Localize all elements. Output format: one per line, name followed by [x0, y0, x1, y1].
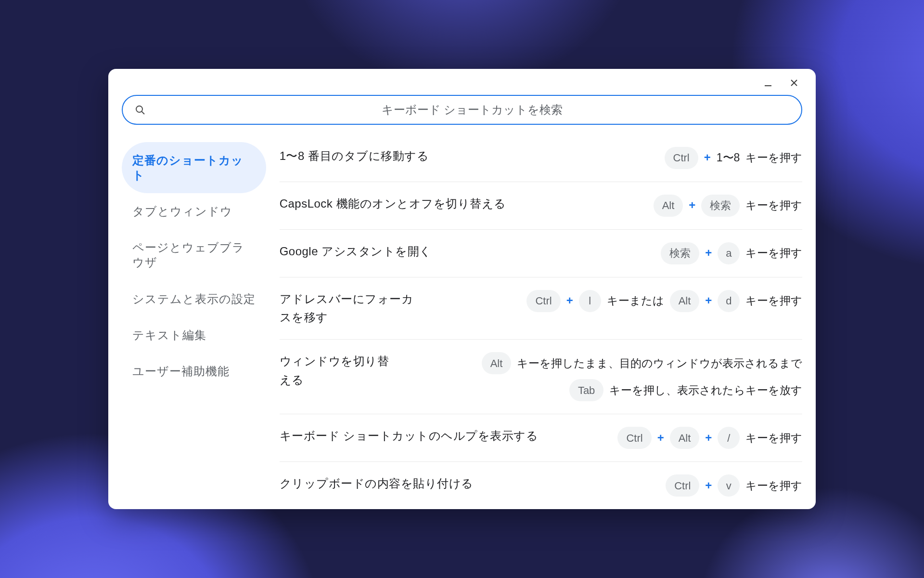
shortcut-keys: Ctrl + v キーを押す: [483, 474, 803, 497]
press-key-suffix: キーを押す: [745, 197, 802, 214]
shortcut-row: アドレスバーにフォーカスを移す Ctrl + l キーまたは Alt + d キ…: [280, 277, 803, 340]
shortcut-row: ウィンドウを切り替える Alt キーを押したまま、目的のウィンドウが表示されるま…: [280, 340, 803, 414]
plus-icon: +: [657, 429, 664, 447]
key-search: 検索: [661, 242, 699, 264]
plus-icon: +: [705, 429, 712, 447]
key-search: 検索: [701, 195, 740, 217]
shortcut-row: Google アシスタントを開く 検索 + a キーを押す: [280, 230, 803, 277]
shortcut-list: 1〜8 番目のタブに移動する Ctrl + 1〜8 キーを押す CapsLock…: [280, 142, 803, 510]
shortcut-keys: Alt + 検索 キーを押す: [516, 195, 803, 217]
press-key-suffix: キーを押す: [745, 244, 802, 262]
sidebar-item-accessibility[interactable]: ユーザー補助機能: [122, 353, 266, 389]
shortcut-label: CapsLock 機能のオンとオフを切り替える: [280, 195, 506, 213]
key-alt: Alt: [670, 290, 700, 312]
key-alt: Alt: [654, 195, 683, 217]
shortcut-keys: Ctrl + l キーまたは Alt + d キーを押す: [434, 290, 803, 312]
sidebar-item-tabs-windows[interactable]: タブとウィンドウ: [122, 193, 266, 229]
key-alt: Alt: [482, 352, 512, 374]
search-icon: [134, 104, 146, 116]
shortcut-row: 1〜8 番目のタブに移動する Ctrl + 1〜8 キーを押す: [280, 142, 803, 182]
minimize-button[interactable]: [763, 78, 773, 88]
key-v: v: [718, 474, 740, 497]
key-or-text: キーまたは: [607, 292, 664, 310]
shortcut-label: アドレスバーにフォーカスを移す: [280, 290, 424, 327]
press-key-suffix: キーを押す: [745, 477, 802, 495]
plus-icon: +: [705, 476, 712, 495]
sidebar: 定番のショートカット タブとウィンドウ ページとウェブブラウザ システムと表示の…: [122, 142, 266, 510]
plus-icon: +: [689, 196, 695, 214]
minimize-icon: [763, 78, 773, 88]
shortcut-keys: Ctrl + Alt + / キーを押す: [548, 427, 802, 449]
shortcut-label: キーボード ショートカットのヘルプを表示する: [280, 427, 539, 445]
plus-icon: +: [705, 291, 712, 310]
press-key-suffix: キーを押す: [745, 149, 802, 167]
key-ctrl: Ctrl: [666, 474, 699, 497]
shortcut-label: Google アシスタントを開く: [280, 242, 432, 261]
press-key-suffix: キーを押す: [745, 429, 802, 447]
shortcut-keys: Ctrl + 1〜8 キーを押す: [438, 147, 802, 169]
key-instruction: キーを押し、表示されたらキーを放す: [609, 381, 802, 399]
key-a: a: [718, 242, 740, 264]
close-icon: [789, 78, 799, 88]
shortcut-keys: 検索 + a キーを押す: [441, 242, 803, 264]
shortcuts-dialog: 定番のショートカット タブとウィンドウ ページとウェブブラウザ システムと表示の…: [108, 69, 816, 510]
content: 定番のショートカット タブとウィンドウ ページとウェブブラウザ システムと表示の…: [122, 142, 803, 510]
key-ctrl: Ctrl: [665, 147, 698, 169]
shortcut-row: クリップボードの内容を貼り付ける Ctrl + v キーを押す: [280, 462, 803, 509]
titlebar: [122, 78, 803, 88]
sidebar-item-system-display[interactable]: システムと表示の設定: [122, 281, 266, 317]
sidebar-item-text-editing[interactable]: テキスト編集: [122, 317, 266, 353]
svg-point-1: [136, 106, 142, 112]
svg-rect-0: [765, 85, 771, 86]
key-alt: Alt: [670, 427, 700, 449]
shortcut-label: ウィンドウを切り替える: [280, 352, 400, 389]
shortcut-label: 1〜8 番目のタブに移動する: [280, 147, 429, 165]
shortcut-keys: Alt キーを押したまま、目的のウィンドウが表示されるまで Tab キーを押し、…: [410, 352, 803, 401]
key-slash: /: [718, 427, 740, 449]
press-key-suffix: キーを押す: [745, 292, 802, 310]
plus-icon: +: [566, 291, 573, 310]
sidebar-item-popular[interactable]: 定番のショートカット: [122, 142, 266, 193]
key-instruction: キーを押したまま、目的のウィンドウが表示されるまで: [517, 355, 802, 372]
key-line: Alt キーを押したまま、目的のウィンドウが表示されるまで: [482, 352, 803, 374]
key-tab: Tab: [569, 379, 603, 401]
search-bar[interactable]: [122, 95, 803, 125]
key-d: d: [718, 290, 740, 312]
key-l: l: [579, 290, 601, 312]
key-ctrl: Ctrl: [526, 290, 560, 312]
key-ctrl: Ctrl: [617, 427, 651, 449]
key-text: 1〜8: [717, 149, 740, 167]
key-line: Tab キーを押し、表示されたらキーを放す: [569, 379, 802, 401]
svg-line-2: [141, 111, 144, 114]
shortcut-row: キーボード ショートカットのヘルプを表示する Ctrl + Alt + / キー…: [280, 414, 803, 462]
shortcut-row: CapsLock 機能のオンとオフを切り替える Alt + 検索 キーを押す: [280, 182, 803, 230]
search-input[interactable]: [154, 103, 790, 117]
plus-icon: +: [705, 244, 712, 262]
plus-icon: +: [704, 148, 711, 167]
close-button[interactable]: [789, 78, 799, 88]
shortcut-label: クリップボードの内容を貼り付ける: [280, 474, 474, 493]
sidebar-item-page-browser[interactable]: ページとウェブブラウザ: [122, 229, 266, 280]
